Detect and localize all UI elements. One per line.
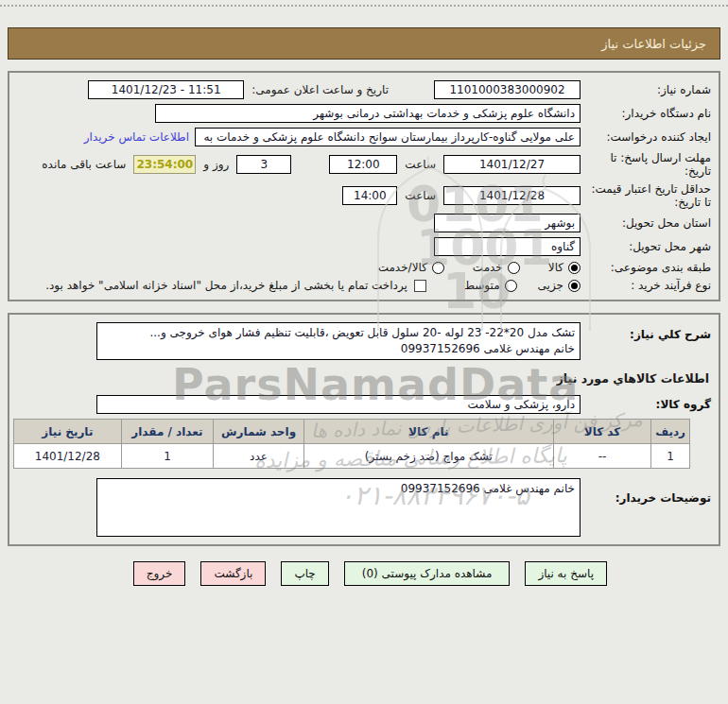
need-number-label: شماره نیاز: <box>581 83 711 96</box>
goods-info-panel: شرح کلي نياز: تشک مدل 20*22- 23 لوله -20… <box>8 313 720 546</box>
description-line: خانم مهندس غلامی 09937152696 <box>102 341 575 357</box>
classification-option-goods-service[interactable]: کالا/خدمت <box>378 261 444 274</box>
days-and-label: روز و <box>203 158 229 171</box>
page-title: جزئیات اطلاعات نیاز <box>601 37 706 51</box>
option-label: خدمت <box>473 261 503 274</box>
process-option-medium[interactable]: متوسط <box>464 279 517 292</box>
province-input[interactable]: بوشهر <box>434 214 581 232</box>
need-number-input[interactable]: 1101000383000902 <box>434 80 581 99</box>
cell-need-date: 1401/12/28 <box>14 444 122 469</box>
radio-icon[interactable] <box>432 262 444 274</box>
buyer-org-label: نام دستگاه خریدار: <box>581 107 711 120</box>
validity-time-input[interactable]: 14:00 <box>342 186 397 205</box>
creator-label: ایجاد کننده درخواست: <box>581 130 711 144</box>
goods-group-label: گروه کالا: <box>581 398 711 411</box>
col-header-quantity: تعداد / مقدار <box>121 420 214 444</box>
goods-group-row: گروه کالا: دارو، پزشکی و سلامت <box>17 395 711 414</box>
classification-label: طبقه بندی موضوعی: <box>581 261 711 274</box>
buyer-org-row: نام دستگاه خریدار: دانشگاه علوم پزشکی و … <box>17 104 711 123</box>
print-button[interactable]: چاپ <box>281 561 328 586</box>
validity-date-input[interactable]: 1401/12/28 <box>443 186 581 205</box>
process-option-minor[interactable]: جزیی <box>538 279 581 292</box>
deadline-date-input[interactable]: 1401/12/27 <box>443 155 581 174</box>
col-header-item-code: کد کالا <box>553 420 650 444</box>
action-buttons-bar: پاسخ به نیاز مشاهده مدارک پیوستی (0) چاپ… <box>0 561 728 586</box>
option-label: متوسط <box>464 279 500 292</box>
city-input[interactable]: گناوه <box>434 237 581 256</box>
option-label: جزیی <box>538 279 563 292</box>
deadline-hour-label: ساعت <box>405 158 436 171</box>
cell-item-code: -- <box>553 444 650 469</box>
treasury-docs-label: پرداخت تمام یا بخشی از مبلغ خرید،از محل … <box>45 279 407 292</box>
buyer-contact-link[interactable]: اطلاعات تماس خریدار <box>84 130 189 144</box>
buyer-org-input[interactable]: دانشگاه علوم پزشکی و خدمات بهداشتی درمان… <box>155 104 581 123</box>
province-row: استان محل تحویل: بوشهر <box>17 214 711 232</box>
creator-row: ایجاد کننده درخواست: علی مولایی گناوه-کا… <box>17 128 711 146</box>
procurement-need-details-page: { "header": { "title": "جزئیات اطلاعات ن… <box>0 0 728 704</box>
cell-unit: عدد <box>214 444 304 469</box>
price-validity-label: حداقل تاریخ اعتبار قیمت: تا تاریخ: <box>581 182 711 209</box>
process-type-row: نوع فرآیند خرید : جزیی متوسط پرداخت تمام… <box>17 279 711 292</box>
radio-checked-icon[interactable] <box>568 280 581 292</box>
col-header-need-date: تاریخ نیاز <box>14 420 122 444</box>
radio-checked-icon[interactable] <box>568 262 581 274</box>
option-label: کالا/خدمت <box>378 261 427 274</box>
radio-icon[interactable] <box>505 280 517 292</box>
description-line: تشک مدل 20*22- 23 لوله -20 سلول قابل تعو… <box>102 325 575 341</box>
buyer-notes-label: توضیحات خریدار: <box>581 478 711 505</box>
need-description-row: شرح کلي نياز: تشک مدل 20*22- 23 لوله -20… <box>17 322 711 360</box>
need-description-box[interactable]: تشک مدل 20*22- 23 لوله -20 سلول قابل تعو… <box>96 322 581 360</box>
hours-remaining-label: ساعت باقی مانده <box>42 158 126 171</box>
cell-row-number: 1 <box>651 444 690 469</box>
back-button[interactable]: بازگشت <box>200 561 266 586</box>
deadline-time-input[interactable]: 12:00 <box>329 155 397 174</box>
col-header-row-number: ردیف <box>651 420 690 444</box>
required-goods-header: اطلاعات کالاهاي مورد نياز <box>17 371 709 386</box>
page-title-bar: جزئیات اطلاعات نیاز <box>8 27 720 60</box>
price-validity-row: حداقل تاریخ اعتبار قیمت: تا تاریخ: 1401/… <box>17 182 711 209</box>
treasury-docs-checkbox[interactable] <box>414 280 426 292</box>
city-label: شهر محل تحویل: <box>581 240 711 253</box>
cell-quantity: 1 <box>121 444 214 469</box>
option-label: کالا <box>548 261 563 274</box>
need-description-label: شرح کلي نياز: <box>581 322 711 341</box>
countdown-timer: 23:54:00 <box>133 155 196 174</box>
creator-input[interactable]: علی مولایی گناوه-کارپرداز بیمارستان سوان… <box>195 128 581 146</box>
classification-option-goods[interactable]: کالا <box>548 261 581 274</box>
col-header-item-name: نام کالا <box>303 420 553 444</box>
city-row: شهر محل تحویل: گناوه <box>17 237 711 256</box>
announce-datetime-input[interactable]: 1401/12/23 - 11:51 <box>88 80 244 99</box>
view-attachments-button[interactable]: مشاهده مدارک پیوستی (0) <box>344 561 511 586</box>
process-type-label: نوع فرآیند خرید : <box>581 279 711 292</box>
deadline-label: مهلت ارسال پاسخ: تا تاریخ: <box>581 151 711 178</box>
goods-table: ردیف کد کالا نام کالا واحد شمارش تعداد /… <box>13 419 690 469</box>
top-divider <box>0 5 728 7</box>
col-header-unit: واحد شمارش <box>214 420 304 444</box>
cell-item-name: تشک مواج (ضد زخم بستر) <box>303 444 553 469</box>
buyer-notes-row: توضیحات خریدار: خانم مهندس غلامی 0993715… <box>17 478 711 537</box>
need-number-row: شماره نیاز: 1101000383000902 تاریخ و ساع… <box>17 80 711 99</box>
need-info-panel: شماره نیاز: 1101000383000902 تاریخ و ساع… <box>8 71 720 301</box>
goods-table-header-row: ردیف کد کالا نام کالا واحد شمارش تعداد /… <box>14 420 690 444</box>
radio-icon[interactable] <box>508 262 520 274</box>
respond-to-need-button[interactable]: پاسخ به نیاز <box>525 561 607 586</box>
announce-datetime-label: تاریخ و ساعت اعلان عمومی: <box>251 83 389 96</box>
deadline-row: مهلت ارسال پاسخ: تا تاریخ: 1401/12/27 سا… <box>17 151 711 178</box>
validity-hour-label: ساعت <box>405 189 436 202</box>
buyer-notes-box[interactable]: خانم مهندس غلامی 09937152696 <box>96 478 581 537</box>
classification-option-service[interactable]: خدمت <box>473 261 520 274</box>
remaining-days-input[interactable]: 3 <box>236 155 291 174</box>
exit-button[interactable]: خروج <box>133 561 186 586</box>
province-label: استان محل تحویل: <box>581 216 711 230</box>
classification-row: طبقه بندی موضوعی: کالا خدمت کالا/خدمت <box>17 261 711 274</box>
goods-group-input[interactable]: دارو، پزشکی و سلامت <box>96 395 581 414</box>
table-row: 1 -- تشک مواج (ضد زخم بستر) عدد 1 1401/1… <box>14 444 690 469</box>
